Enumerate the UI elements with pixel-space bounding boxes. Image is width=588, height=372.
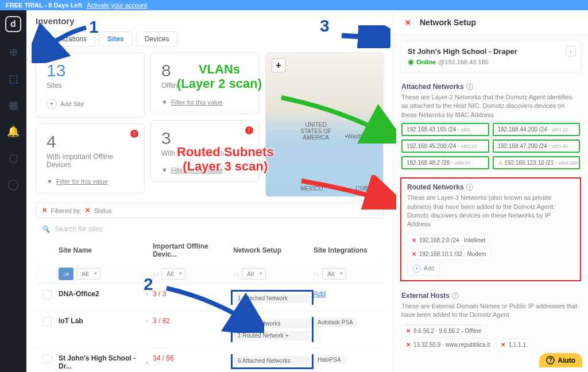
filter-important[interactable]: ▼ Filter for this value	[47, 178, 134, 185]
filter-select-off[interactable]: All	[161, 268, 185, 280]
important-label: With Important Offline Devices	[47, 153, 134, 169]
col-offline[interactable]: Important Offline Devic...	[153, 242, 233, 258]
network-setup-highlight: 6 Attached Networks	[231, 354, 314, 369]
sort-icon[interactable]: ↑↓	[314, 271, 319, 277]
attached-networks-section: Attached Networks? These are Layer-2 Net…	[393, 78, 588, 174]
zoom-in-button[interactable]: +	[272, 59, 285, 72]
network-setup-highlight: tached Networks1 Routed Network +	[231, 317, 314, 342]
filter-offline[interactable]: ▼ Filter for this value	[161, 99, 249, 106]
routed-network-chip[interactable]: ✕ 192.168.10.1 /32 · Modem	[407, 248, 491, 260]
close-panel-button[interactable]: ✕	[401, 16, 414, 29]
filter-select-int[interactable]: All	[322, 268, 346, 280]
card-sites: 13 Sites + Add Site	[36, 52, 145, 118]
network-chip: 1 Routed Network +	[234, 331, 311, 340]
map[interactable]: + UNITED STATES OF AMERICA •Washington M…	[265, 52, 384, 197]
filter-label: Filter for this value	[171, 166, 223, 173]
external-host-chip[interactable]: ✕ 9.6.56.2 · 9.6.56.2 - Offline	[401, 325, 486, 337]
table-row[interactable]: DNA-Office2›3 / 31 Attached NetworkAdd	[36, 284, 384, 311]
tab-devices[interactable]: Devices	[136, 32, 178, 46]
map-label-mexico: MÉXICO	[300, 185, 323, 192]
add-site-action[interactable]: + Add Site	[47, 99, 134, 109]
clear-filters-icon[interactable]: ✕	[42, 207, 47, 214]
attached-network-chip[interactable]: 192.168.48.2 /28 · eth0.50	[401, 156, 489, 169]
sort-icon[interactable]: ↑↓	[233, 271, 239, 277]
routed-heading: Routed Networks	[407, 183, 464, 191]
filter-security[interactable]: ▼ Filter for this value	[161, 166, 249, 173]
tabs: Organizations Sites Devices	[36, 32, 384, 46]
remove-icon[interactable]: ✕	[501, 342, 505, 348]
add-label: Add	[424, 265, 434, 272]
remove-icon[interactable]: ✕	[406, 342, 411, 348]
network-chip: 1 Attached Network	[234, 293, 311, 303]
attached-network-chip[interactable]: 192.168.43.165 /24 · eth0	[401, 123, 489, 136]
help-icon[interactable]: ?	[466, 184, 473, 191]
filter-select-net[interactable]: All	[242, 268, 266, 280]
remove-icon[interactable]: ✕	[406, 328, 411, 334]
search-bar[interactable]: 🔍 Search for sites	[36, 222, 384, 237]
col-integrations[interactable]: Site Integrations	[314, 246, 382, 254]
col-site-name[interactable]: Site Name	[59, 246, 153, 254]
attached-desc: These are Layer-2 Networks that the Domo…	[401, 93, 580, 119]
attached-network-chip[interactable]: 192.168.44.200 /24 · eth0.10	[493, 123, 581, 136]
help-label: Aiuto	[558, 356, 575, 365]
table-row[interactable]: St John's High School - Dr...›34 / 566 A…	[36, 348, 384, 372]
device-icon[interactable]: ▢	[9, 152, 18, 164]
sort-icon[interactable]: ↑↓	[153, 271, 158, 277]
attached-network-chip[interactable]: 192.168.47.200 /24 · eth0.40	[493, 140, 581, 153]
row-checkbox[interactable]	[42, 290, 52, 299]
routed-desc: These are Layer-3 Networks (also known a…	[407, 193, 574, 229]
warning-icon: !	[130, 130, 138, 138]
add-integration-link[interactable]: Add	[314, 290, 326, 298]
cube-icon[interactable]: ⬚	[9, 72, 18, 85]
chevron-right-icon: ›	[146, 317, 153, 325]
offline-ratio: 3 / 3	[153, 290, 166, 298]
card-offline: 8 Offline ▼ Filter for this value	[150, 52, 260, 114]
add-routed-button[interactable]: + Add	[407, 262, 440, 276]
security-label: With Security Issues	[161, 149, 249, 157]
page-title: Inventory	[36, 16, 384, 26]
activate-link[interactable]: Activate your account	[87, 2, 147, 9]
dashboard-icon[interactable]: ▦	[9, 99, 18, 111]
site-info-block: St John's High School - Draper ◉ Online …	[400, 41, 581, 72]
filter-bar: ✕ Filtered by: ✕ Status	[36, 203, 384, 218]
row-checkbox[interactable]	[42, 354, 52, 363]
globe-icon[interactable]: ⊕	[9, 46, 18, 59]
routed-network-chip[interactable]: ✕ 192.168.2.0 /24 · Intellinet	[407, 234, 490, 246]
offline-count: 8	[161, 61, 249, 80]
help-button[interactable]: ? Aiuto	[539, 353, 582, 367]
plus-icon: +	[413, 265, 421, 273]
attached-heading: Attached Networks	[401, 83, 464, 91]
integration-chip: Autotask PSA	[314, 317, 357, 327]
tab-sites[interactable]: Sites	[99, 32, 133, 46]
row-checkbox[interactable]	[42, 317, 52, 326]
help-icon[interactable]: ?	[466, 83, 473, 90]
integration-chip: HaloPSA	[314, 355, 345, 365]
attached-network-chip[interactable]: 192.168.45.200 /24 · eth0.20	[401, 140, 489, 153]
plus-icon: +	[47, 99, 57, 109]
expand-icon[interactable]: ›	[566, 46, 576, 56]
filtered-by-label: Filtered by:	[51, 207, 82, 214]
panel-title: Network Setup	[420, 18, 476, 27]
external-host-chip[interactable]: ✕ 13.32.50.9 · www.repubblica.it	[401, 339, 494, 351]
help-icon[interactable]: ?	[452, 292, 459, 299]
site-name: St John's High School - Draper	[408, 47, 574, 56]
bell-icon[interactable]: 🔔	[7, 125, 20, 138]
filter-select-name[interactable]: All	[76, 268, 100, 280]
warning-icon: !	[245, 126, 253, 134]
user-icon[interactable]: ◯	[7, 178, 19, 191]
filter-label: Filter for this value	[56, 178, 108, 185]
attached-network-chip[interactable]: ⚠ 192.168.123.10 /21 · eth0.999	[493, 156, 581, 169]
help-icon: ?	[546, 356, 555, 365]
table-row[interactable]: IoT Lab›3 / 82tached Networks1 Routed Ne…	[36, 311, 384, 348]
col-network[interactable]: Network Setup	[233, 246, 314, 254]
remove-filter-icon[interactable]: ✕	[85, 207, 90, 214]
remove-icon[interactable]: ✕	[412, 237, 416, 243]
trial-banner: FREE TRIAL - 8 Days Left Activate your a…	[0, 0, 588, 10]
external-host-chip[interactable]: ✕ 1.1.1.1	[496, 339, 531, 351]
sites-count: 13	[47, 61, 134, 80]
map-label-washington: •Washington	[345, 133, 377, 140]
remove-icon[interactable]: ✕	[412, 251, 416, 257]
sites-label: Sites	[47, 82, 134, 90]
sort-button[interactable]: ↓≡	[59, 268, 74, 280]
tab-organizations[interactable]: Organizations	[36, 32, 95, 46]
